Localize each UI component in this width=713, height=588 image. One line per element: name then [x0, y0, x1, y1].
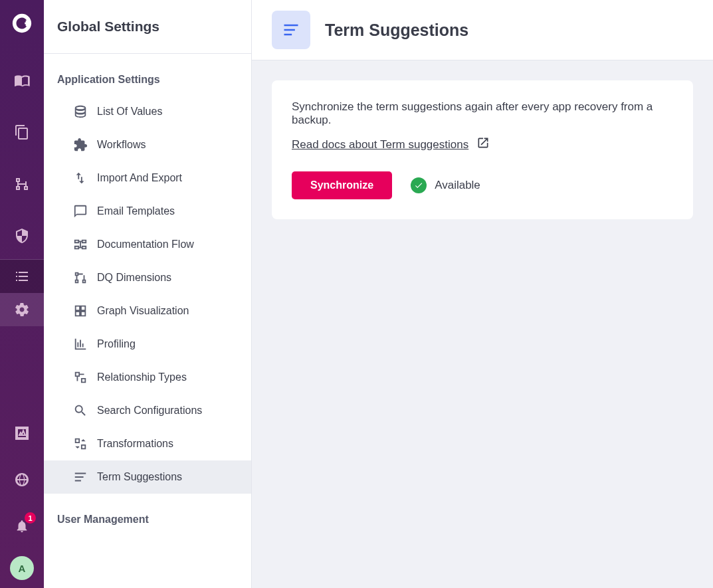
sidebar-item-label: Workflows: [97, 139, 146, 151]
sidebar-title: Global Settings: [44, 0, 251, 54]
nav-notifications-icon[interactable]: 1: [0, 510, 44, 543]
transform-icon: [73, 437, 88, 451]
sidebar-item-label: Import And Export: [97, 172, 182, 184]
puzzle-icon: [73, 138, 88, 152]
nav-nodes-icon[interactable]: [0, 167, 44, 201]
status-available: Available: [411, 177, 480, 193]
section-user-management: User Management: [44, 514, 251, 535]
nav-globe-icon[interactable]: [0, 463, 44, 496]
import-export-icon: [73, 171, 88, 185]
sidebar-item-documentation-flow[interactable]: Documentation Flow: [44, 228, 251, 261]
nav-monitor-icon[interactable]: [0, 417, 44, 450]
check-circle-icon: [411, 177, 427, 193]
sync-description: Synchronize the term suggestions again a…: [292, 100, 673, 127]
search-icon: [73, 403, 88, 418]
section-application-settings: Application Settings: [44, 74, 251, 95]
external-link-icon: [476, 136, 490, 153]
sidebar-item-relationship-types[interactable]: Relationship Types: [44, 361, 251, 394]
sidebar-item-label: Search Configurations: [97, 405, 202, 417]
nav-clipboard-icon[interactable]: [0, 116, 44, 149]
app-logo[interactable]: [11, 12, 33, 37]
sidebar-item-transformations[interactable]: Transformations: [44, 427, 251, 460]
flow-icon: [73, 237, 88, 252]
nav-catalog-icon[interactable]: [0, 64, 44, 97]
sidebar-item-email-templates[interactable]: Email Templates: [44, 195, 251, 228]
relationship-icon: [73, 370, 88, 385]
svg-rect-0: [25, 23, 29, 25]
sidebar-item-dq-dimensions[interactable]: DQ Dimensions: [44, 261, 251, 294]
sidebar-item-search-configurations[interactable]: Search Configurations: [44, 394, 251, 427]
status-label: Available: [435, 179, 480, 192]
settings-sidebar: Global Settings Application Settings Lis…: [44, 0, 252, 588]
notification-badge: 1: [25, 512, 36, 524]
sidebar-item-label: Profiling: [97, 338, 136, 350]
page-title: Term Suggestions: [325, 21, 468, 40]
database-icon: [73, 104, 88, 119]
message-icon: [73, 204, 88, 219]
sidebar-item-label: Transformations: [97, 438, 173, 450]
sidebar-item-label: DQ Dimensions: [97, 272, 171, 284]
docs-link[interactable]: Read docs about Term suggestions: [292, 136, 490, 153]
main-header: Term Suggestions: [252, 0, 713, 60]
sidebar-item-label: Relationship Types: [97, 371, 187, 383]
nav-list-icon[interactable]: [0, 260, 44, 293]
nav-settings-icon[interactable]: [0, 293, 44, 326]
sidebar-item-label: Graph Visualization: [97, 305, 189, 317]
sidebar-item-profiling[interactable]: Profiling: [44, 328, 251, 361]
page-icon: [272, 11, 310, 49]
sidebar-item-workflows[interactable]: Workflows: [44, 128, 251, 161]
sidebar-item-import-export[interactable]: Import And Export: [44, 161, 251, 195]
sidebar-item-term-suggestions[interactable]: Term Suggestions: [44, 460, 251, 494]
sidebar-item-label: List Of Values: [97, 106, 162, 118]
nav-shield-icon[interactable]: [0, 219, 44, 252]
sidebar-item-label: Email Templates: [97, 205, 175, 217]
icon-rail: 1 A: [0, 0, 44, 588]
grid-icon: [73, 304, 88, 318]
sidebar-item-label: Term Suggestions: [97, 471, 182, 483]
avatar[interactable]: A: [10, 556, 34, 580]
sidebar-item-list-of-values[interactable]: List Of Values: [44, 95, 251, 128]
main-content: Term Suggestions Synchronize the term su…: [252, 0, 713, 588]
sidebar-item-graph-visualization[interactable]: Graph Visualization: [44, 294, 251, 328]
chart-icon: [73, 337, 88, 351]
synchronize-button[interactable]: Synchronize: [292, 171, 392, 199]
text-lines-icon: [73, 470, 88, 484]
docs-link-text: Read docs about Term suggestions: [292, 138, 468, 151]
dimensions-icon: [73, 270, 88, 285]
sidebar-item-label: Documentation Flow: [97, 239, 194, 250]
sync-card: Synchronize the term suggestions again a…: [272, 80, 693, 219]
